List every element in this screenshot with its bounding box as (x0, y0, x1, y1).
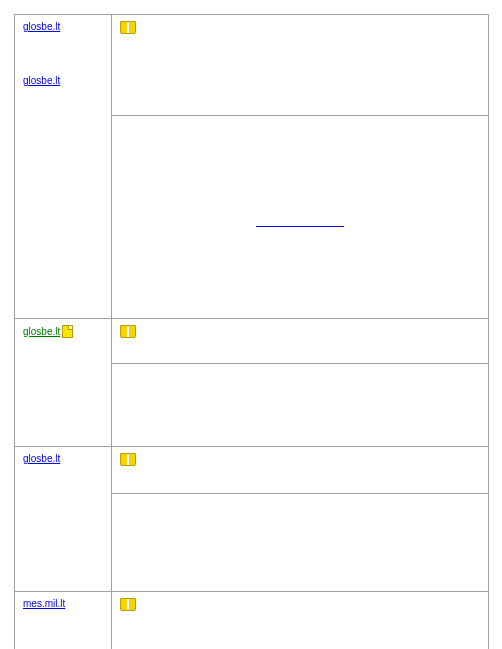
entry-title-cell: anglinis plienas (112, 318, 489, 364)
entry-body: saw blades that consist of a steel base … (120, 122, 480, 187)
entry-title-cell: carbon steel (112, 15, 489, 116)
entry-source-cell: glosbe.lt (15, 447, 112, 494)
source-link[interactable]: mes.mil.lt (23, 598, 65, 609)
more-phrases-link[interactable]: Visi žodžių junginiai (256, 215, 343, 227)
book-icon (120, 453, 136, 466)
source-link[interactable]: glosbe.lt (23, 75, 60, 86)
entry-body-cell (112, 493, 489, 591)
source-link[interactable]: glosbe.lt (23, 21, 60, 32)
entry-title: carbon steel (142, 453, 196, 464)
entry-source-cell: glosbe.ltglosbe.lt (15, 15, 112, 116)
entry-source-cell: mes.mil.ltmes.mil.lt (15, 591, 112, 649)
entry-title-cell: carbon steel (112, 447, 489, 494)
entry-source-cell-continued (15, 364, 112, 447)
entry-title-cell: anglinis plienas (112, 591, 489, 649)
entry-source-cell: glosbe.lt (15, 318, 112, 364)
glossary-table: glosbe.ltglosbe.ltcarbon steelsaw blades… (14, 14, 489, 649)
entry-title: anglinis plienas (142, 325, 210, 336)
entry-source-cell-continued (15, 493, 112, 591)
book-icon (120, 325, 136, 338)
entry-body-cell (112, 364, 489, 447)
entry-body-cell: saw blades that consist of a steel base … (112, 115, 489, 318)
note-icon (62, 325, 73, 338)
book-icon (120, 598, 136, 611)
entry-title: carbon steel (142, 21, 196, 32)
entry-title: anglinis plienas (142, 598, 210, 609)
source-link[interactable]: glosbe.lt (23, 453, 60, 464)
book-icon (120, 21, 136, 34)
entry-source-cell-continued (15, 115, 112, 318)
source-link[interactable]: glosbe.lt (23, 326, 60, 337)
